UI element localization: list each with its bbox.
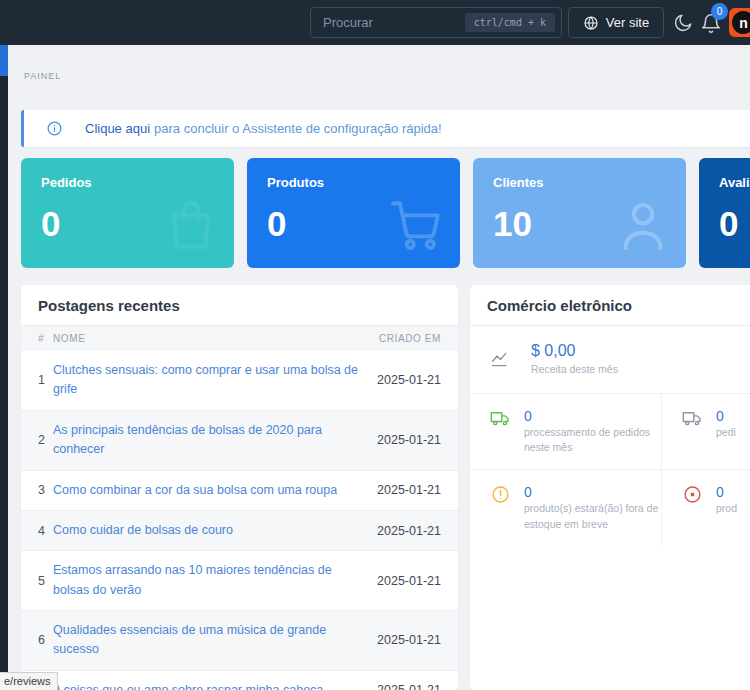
stat-card-label: Avaliaç <box>719 175 750 190</box>
wizard-text: para concluir o Assistente de configuraç… <box>154 121 442 136</box>
revenue-label: Receita deste mês <box>531 362 618 378</box>
post-link[interactable]: Como combinar a cor da sua bolsa com uma… <box>53 483 337 497</box>
table-row: 7 9 coisas que eu amo sobre raspar minha… <box>21 670 458 690</box>
table-row: 4 Como cuidar de bolsas de couro 2025-01… <box>21 510 458 550</box>
shipped-orders-stat: 0 pedi <box>662 394 750 471</box>
table-row: 2 As principais tendências de bolsas de … <box>21 410 458 470</box>
table-row: 1 Clutches sensuais: como comprar e usar… <box>21 351 458 410</box>
ecommerce-title: Comércio eletrônico <box>487 297 632 314</box>
table-row: 5 Estamos arrasando nas 10 maiores tendê… <box>21 551 458 611</box>
stat-card-label: Clientes <box>493 175 666 190</box>
column-header-name: NOME <box>53 326 374 351</box>
warning-icon <box>490 484 511 505</box>
view-site-label: Ver site <box>606 15 649 30</box>
post-link[interactable]: Como cuidar de bolsas de couro <box>53 523 233 537</box>
app-logo[interactable]: n <box>729 8 750 37</box>
setup-wizard-alert[interactable]: Clique aqui para concluir o Assistente d… <box>21 110 750 147</box>
wizard-link[interactable]: Clique aqui <box>85 121 150 136</box>
globe-icon <box>583 15 599 31</box>
post-link[interactable]: Clutches sensuais: como comprar e usar u… <box>53 363 358 396</box>
post-link[interactable]: As principais tendências de bolsas de 20… <box>53 423 322 456</box>
moon-icon <box>672 12 694 34</box>
user-icon <box>614 196 672 254</box>
stat-card-orders[interactable]: Pedidos 0 <box>21 158 234 268</box>
table-row: 3 Como combinar a cor da sua bolsa com u… <box>21 470 458 510</box>
table-row: 6 Qualidades essenciais de uma música de… <box>21 611 458 671</box>
search-placeholder: Procurar <box>323 15 465 30</box>
stat-card-label: Produtos <box>267 175 440 190</box>
stat-card-customers[interactable]: Clientes 10 <box>473 158 686 268</box>
cart-icon <box>388 196 446 254</box>
view-site-button[interactable]: Ver site <box>568 7 664 38</box>
revenue-value: $ 0,00 <box>531 341 618 362</box>
column-header-date: CRIADO EM <box>374 326 458 351</box>
search-shortcut-kbd: ctrl/cmd + k <box>465 13 555 32</box>
stat-card-value: 0 <box>719 204 750 244</box>
truck-icon <box>490 408 511 429</box>
post-link[interactable]: Qualidades essenciais de uma música de g… <box>53 623 326 656</box>
topbar: Procurar ctrl/cmd + k Ver site 0 n <box>0 0 750 45</box>
error-icon <box>682 484 703 505</box>
collapsed-sidebar[interactable] <box>0 45 8 690</box>
shopping-bag-icon <box>162 196 220 254</box>
breadcrumb: PAINEL <box>24 71 61 81</box>
sidebar-active-item[interactable] <box>0 45 8 76</box>
dark-mode-toggle[interactable] <box>672 12 694 34</box>
stat-card-reviews[interactable]: Avaliaç 0 <box>699 158 750 268</box>
notification-badge: 0 <box>711 3 728 20</box>
out-of-stock-stat: 0 prod <box>662 470 750 546</box>
processing-orders-stat: 0 processamento de pedidos neste mês <box>470 394 662 471</box>
recent-posts-table: # NOME CRIADO EM 1 Clutches sensuais: co… <box>21 326 458 690</box>
low-stock-stat: 0 produto(s) estará(ão) fora de estoque … <box>470 470 662 546</box>
info-icon <box>46 120 63 137</box>
logo-letter: n <box>732 11 750 34</box>
main-content: PAINEL Clique aqui para concluir o Assis… <box>8 45 750 690</box>
search-input[interactable]: Procurar ctrl/cmd + k <box>310 7 562 38</box>
stat-card-label: Pedidos <box>41 175 214 190</box>
truck-icon <box>682 408 703 429</box>
stat-card-products[interactable]: Produtos 0 <box>247 158 460 268</box>
ecommerce-panel: Comércio eletrônico $ 0,00 Receita deste… <box>470 285 750 690</box>
trend-icon <box>490 349 511 370</box>
post-link[interactable]: 9 coisas que eu amo sobre raspar minha c… <box>53 683 323 690</box>
column-header-num: # <box>21 326 53 351</box>
post-link[interactable]: Estamos arrasando nas 10 maiores tendênc… <box>53 563 332 596</box>
revenue-stat: $ 0,00 Receita deste mês <box>470 326 750 394</box>
recent-posts-title: Postagens recentes <box>38 297 180 314</box>
link-preview-tooltip: e/reviews <box>0 672 58 690</box>
recent-posts-panel: Postagens recentes # NOME CRIADO EM 1 Cl… <box>21 285 458 690</box>
